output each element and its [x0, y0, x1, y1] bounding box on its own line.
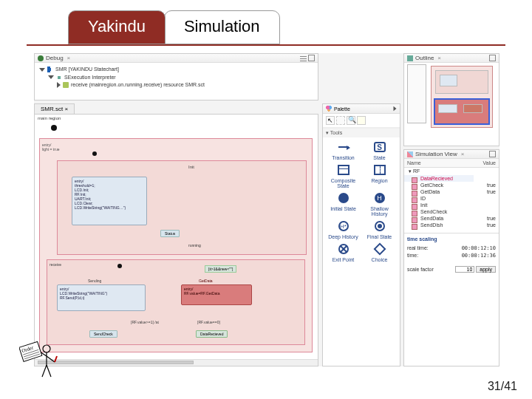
- collapse-icon[interactable]: [57, 82, 61, 88]
- title-rule: [27, 44, 505, 46]
- getdata-label: GetData: [199, 279, 213, 283]
- pal-composite[interactable]: Composite State: [326, 163, 361, 188]
- editor-scrollbar[interactable]: [35, 359, 318, 366]
- minimize-icon[interactable]: [308, 55, 315, 61]
- pal-label: Transition: [332, 155, 354, 160]
- cell-name: SendDish: [404, 222, 474, 228]
- expand-icon[interactable]: [48, 75, 54, 79]
- state-sending[interactable]: entry/ LCD.WriteString("WAITING") RF.Sen…: [57, 284, 146, 311]
- table-row[interactable]: SendDishtrue: [404, 222, 499, 228]
- diagram-canvas[interactable]: main region entry/ light = true Init ent…: [34, 114, 318, 366]
- tab-yakindu: Yakindu: [68, 10, 166, 44]
- col-name[interactable]: Name: [404, 159, 474, 168]
- pal-deep[interactable]: H*Deep History: [326, 219, 361, 239]
- pal-exit[interactable]: Exit Point: [326, 242, 361, 262]
- debug-pane-title: Debug ×: [35, 54, 318, 63]
- debug-frame-row[interactable]: receive (mainregion.on.running.receive) …: [39, 81, 313, 89]
- table-row[interactable]: Init: [404, 202, 499, 208]
- simtime-label: time:: [407, 253, 418, 259]
- pal-label: State: [373, 155, 385, 160]
- table-row[interactable]: GetDatatrue: [404, 188, 499, 195]
- sim-root-row[interactable]: ▾ RF: [404, 168, 499, 176]
- realtime-row: real time: 00:00:12:10: [404, 245, 499, 252]
- scale-row: scale factor apply: [404, 265, 499, 273]
- pal-label: Composite State: [326, 178, 361, 188]
- state-getdata[interactable]: entry/ RF.value=RF.GetData: [181, 284, 252, 305]
- close-icon[interactable]: ×: [64, 106, 68, 112]
- simview-icon: [407, 151, 413, 157]
- cell-value: true: [474, 188, 499, 195]
- pal-shallow[interactable]: HShallow History: [362, 191, 397, 216]
- cell-value: true: [474, 215, 499, 222]
- note-tool[interactable]: [357, 116, 366, 125]
- initial-node[interactable]: [117, 264, 122, 268]
- cell-name: DataRecieved: [404, 175, 474, 182]
- debug-toolbar: [300, 55, 315, 61]
- close-icon[interactable]: ×: [67, 55, 71, 61]
- outline-body[interactable]: [404, 63, 499, 131]
- pal-region[interactable]: Region: [362, 163, 397, 188]
- cell-name: ID: [404, 195, 474, 202]
- cell-value: [474, 202, 499, 208]
- initial-node[interactable]: [51, 125, 57, 131]
- initial-node[interactable]: [92, 151, 97, 156]
- col-value[interactable]: Value: [474, 159, 499, 168]
- state-init[interactable]: entry/ threshold=1; LCD.Init; RF.Init; U…: [72, 177, 147, 225]
- pal-label: Initial State: [330, 206, 356, 211]
- table-row[interactable]: GetChecktrue: [404, 182, 499, 188]
- scale-input[interactable]: [455, 266, 474, 273]
- table-row[interactable]: DataRecieved: [404, 175, 499, 182]
- collapse-icon[interactable]: [394, 106, 397, 111]
- editor-tab[interactable]: SMR.sct ×: [34, 103, 75, 114]
- apply-button[interactable]: apply: [476, 266, 496, 273]
- minimize-icon[interactable]: [489, 55, 496, 61]
- marquee-tool[interactable]: [336, 116, 345, 125]
- palette-title: Palette: [334, 106, 350, 112]
- state-sendcheck[interactable]: SendCheck: [89, 330, 117, 338]
- outline-title-bar: Outline ×: [404, 54, 499, 63]
- bug-icon: [38, 55, 44, 61]
- cell-value: true: [474, 222, 499, 228]
- debug-engine: SExecution Interpreter: [64, 74, 116, 82]
- palette-header: Palette: [323, 104, 400, 114]
- table-row[interactable]: ID: [404, 195, 499, 202]
- cell-name: SendData: [404, 215, 474, 222]
- ide-screenshot: Debug × SMR [YAKINDU Statechart] SExecut…: [34, 53, 499, 366]
- pal-choice[interactable]: Choice: [362, 242, 397, 262]
- simtime-row: time: 00:00:12:36: [404, 252, 499, 259]
- pal-label: Region: [371, 178, 387, 183]
- palette-section: ▾ Tools: [323, 128, 400, 137]
- expand-icon[interactable]: [39, 68, 45, 72]
- scale-label: scale factor: [407, 267, 434, 272]
- close-icon[interactable]: ×: [437, 55, 441, 61]
- table-row[interactable]: SendDatatrue: [404, 215, 499, 222]
- outline-icon: [407, 55, 413, 61]
- zoom-tool[interactable]: 🔍: [347, 116, 355, 125]
- palette-top-tools: [393, 106, 397, 112]
- close-icon[interactable]: ×: [461, 151, 465, 157]
- state-status[interactable]: Status: [160, 230, 180, 237]
- running-label: running: [188, 243, 201, 248]
- debug-launch-row[interactable]: SMR [YAKINDU Statechart]: [39, 66, 313, 74]
- pal-final[interactable]: Final State: [362, 219, 397, 239]
- table-row[interactable]: SendCheck: [404, 208, 499, 215]
- debug-launch: SMR [YAKINDU Statechart]: [55, 66, 119, 74]
- region-label: main region: [38, 116, 61, 120]
- pal-label: Choice: [372, 257, 388, 262]
- pal-state[interactable]: SState: [362, 140, 397, 160]
- menu-icon[interactable]: [300, 55, 307, 61]
- time-scaling-title: time scaling: [404, 233, 499, 245]
- state-datarecieved[interactable]: DataRecieved: [196, 330, 228, 338]
- pal-transition[interactable]: Transition: [326, 140, 361, 160]
- cell-value: [474, 208, 499, 215]
- simview-title-bar: Simulation View ×: [404, 150, 499, 159]
- minimize-icon[interactable]: [489, 151, 496, 157]
- pal-initial[interactable]: Initial State: [326, 191, 361, 216]
- cell-name: GetData: [404, 188, 474, 195]
- debug-engine-row[interactable]: SExecution Interpreter: [39, 74, 313, 82]
- select-tool[interactable]: ↖: [326, 116, 335, 125]
- palette-icon: [326, 106, 332, 112]
- cell-value: true: [474, 182, 499, 188]
- sending-label: Sending: [88, 279, 101, 283]
- sim-table: Name Value ▾ RF DataRecieved GetChecktru…: [404, 159, 499, 228]
